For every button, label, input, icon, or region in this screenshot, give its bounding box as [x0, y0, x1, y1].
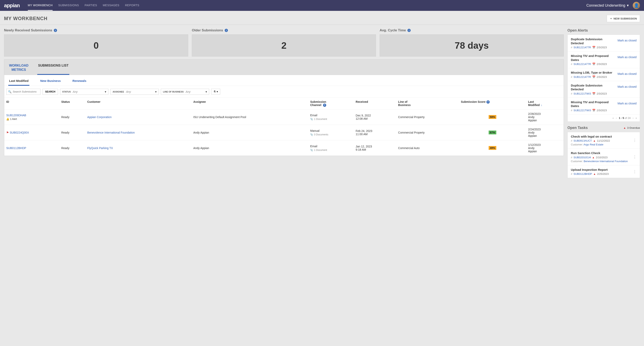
table-row[interactable]: ⚑SUB0224Q00XReadyBenevolence Internation…	[4, 125, 564, 140]
alert-title: Duplicate Submission Detected	[571, 83, 616, 91]
mark-closed-link[interactable]: Mark as closed	[618, 55, 636, 59]
col-customer[interactable]: Customer	[85, 98, 191, 109]
search-box[interactable]: 🔍	[6, 89, 40, 95]
calendar-icon: 📅	[592, 63, 596, 66]
sort-desc-icon: ↓	[541, 103, 542, 107]
customer-link[interactable]: Appian Corporation	[87, 116, 112, 119]
bell-icon: 🔔	[6, 118, 9, 121]
task-sub-link[interactable]: SUB0913AUCT	[574, 139, 592, 142]
help-icon[interactable]: ?	[323, 104, 326, 107]
nav-reports[interactable]: REPORTS	[125, 0, 139, 11]
cell-channel: Manual📎0 Documents	[308, 125, 354, 140]
nav-parties[interactable]: PARTIES	[85, 0, 97, 11]
stat-value: 78 days	[380, 34, 564, 56]
avatar[interactable]: 👤	[633, 2, 640, 9]
col-submission-channel[interactable]: SubmissionChannel ?	[308, 98, 354, 109]
pager-next[interactable]: »	[636, 117, 637, 120]
info-icon[interactable]: i	[408, 29, 411, 32]
task-sub-link[interactable]: SUB0203JOJ4	[574, 156, 591, 159]
mark-closed-link[interactable]: Mark as closed	[618, 102, 636, 105]
assignee-select[interactable]: ASSIGNEE Any ▾	[110, 89, 159, 95]
search-button[interactable]: SEARCH	[42, 89, 58, 95]
alert-sub-link[interactable]: SUB1221477R	[574, 46, 591, 49]
hash-icon: #	[571, 63, 572, 66]
task-sub-link[interactable]: SUB0112BHDP	[574, 173, 592, 175]
mark-closed-link[interactable]: Mark as closed	[618, 72, 636, 75]
alerts-pager: «‹1 - 5 of 24›»	[568, 115, 640, 122]
customer-link[interactable]: Benevolence International Foundation	[87, 131, 135, 134]
kebab-icon[interactable]: ⋮	[633, 138, 636, 143]
calendar-icon: 📅	[592, 75, 596, 78]
search-input[interactable]	[13, 90, 39, 93]
cell-modified: 2/24/2023AndyAppian	[526, 125, 564, 140]
submission-id-link[interactable]: SUB0112BHDP	[6, 147, 26, 150]
col-assignee[interactable]: Assignee	[191, 98, 308, 109]
col-last-modified[interactable]: LastModified↓	[526, 98, 564, 109]
lob-select[interactable]: LINE OF BUSINESS Any ▾	[161, 89, 209, 95]
calendar-icon: 📅	[592, 109, 596, 112]
status-select[interactable]: STATUS Any ▾	[60, 89, 108, 95]
col-id[interactable]: ID	[4, 98, 59, 109]
new-submission-button[interactable]: ＋ NEW SUBMISSION	[607, 15, 640, 22]
col-status[interactable]: Status	[59, 98, 85, 109]
sub-tab-new-business[interactable]: New Business	[40, 78, 62, 86]
task-item: Check with legal on contract#SUB0913AUCT…	[568, 132, 640, 149]
filter-row: 🔍 SEARCH STATUS Any ▾ ASSIGNEE Any ▾	[4, 86, 564, 98]
customer-link[interactable]: FlyQuick Parking TX	[87, 147, 113, 150]
cell-channel: Email📎1 Document	[308, 140, 354, 156]
funnel-icon: ⚗	[214, 90, 216, 93]
chevron-down-icon: ▾	[105, 90, 106, 93]
task-customer-link[interactable]: Benevolence International Foundation	[584, 160, 628, 163]
task-customer-link[interactable]: Argo Real Estate	[584, 143, 603, 146]
pager-next[interactable]: ›	[632, 117, 633, 120]
stat-label: Newly Received Submissionsi	[4, 28, 188, 32]
sub-tab-last-modified[interactable]: Last Modified	[8, 78, 30, 86]
alert-item: Missing TIV and Proposed Dates#SUB1221TW…	[568, 98, 640, 115]
alert-item: Duplicate Submission Detected#SUB1221TWI…	[568, 81, 640, 98]
nav-messages[interactable]: MESSAGES	[103, 0, 120, 11]
hash-icon: #	[571, 92, 572, 95]
submission-id-link[interactable]: SUB0224Q00X	[10, 131, 29, 134]
sub-tab-renewals[interactable]: Renewals	[72, 78, 87, 86]
help-icon[interactable]: ?	[486, 100, 490, 104]
task-meta: #SUB0203JOJ4▲2/10/2023	[571, 156, 631, 159]
kebab-icon[interactable]: ⋮	[633, 169, 636, 174]
app-switcher[interactable]: Connected Underwriting ▾	[586, 3, 629, 8]
logo: appian	[4, 2, 20, 9]
content-box: WORKLOADMETRICSSUBMISSIONS LIST Last Mod…	[4, 59, 564, 156]
chevron-down-icon: ▾	[627, 3, 629, 8]
alert-meta: #SUB1221477R📅2/3/2023	[571, 46, 616, 49]
submissions-table: IDStatusCustomerAssigneeSubmissionChanne…	[4, 98, 564, 156]
submission-id-link[interactable]: SUB1209DHAB	[6, 114, 26, 117]
nav-submissions[interactable]: SUBMISSIONS	[58, 0, 79, 11]
info-icon[interactable]: i	[54, 29, 57, 32]
right-column: Open Alerts Duplicate Submission Detecte…	[568, 28, 640, 178]
col-received[interactable]: Received	[354, 98, 396, 109]
hash-icon: #	[571, 75, 572, 78]
main-tab-0[interactable]: WORKLOADMETRICS	[8, 62, 29, 75]
filter-button[interactable]: ⚗ ▾	[211, 89, 220, 95]
info-icon[interactable]: i	[225, 29, 228, 32]
nav-my-workbench[interactable]: MY WORKBENCH	[28, 0, 52, 11]
kebab-icon[interactable]: ⋮	[633, 155, 636, 159]
col-line-of-business[interactable]: Line ofBusiness	[396, 98, 459, 109]
alert-sub-link[interactable]: SUB1221TWI3	[574, 92, 591, 95]
alert-title: Missing TIV and Proposed Dates	[571, 54, 616, 62]
alert-meta: #SUB1221TWI3📅2/3/2023	[571, 109, 616, 112]
table-row[interactable]: SUB1209DHAB🔔1 AlertReadyAppian Corporati…	[4, 109, 564, 125]
mark-closed-link[interactable]: Mark as closed	[618, 39, 636, 42]
alert-sub-link[interactable]: SUB1221TWI3	[574, 109, 591, 112]
pager-prev[interactable]: ‹	[616, 117, 617, 120]
cell-channel: Email📎1 Document	[308, 109, 354, 125]
table-row[interactable]: SUB0112BHDPReadyFlyQuick Parking TXAndy …	[4, 140, 564, 156]
score-badge: 49%	[489, 146, 496, 150]
alert-sub-link[interactable]: SUB1221477R	[574, 63, 591, 66]
pager-prev[interactable]: «	[612, 117, 614, 120]
overdue-badge: ▲ 3 Overdue	[624, 126, 640, 129]
mark-closed-link[interactable]: Mark as closed	[618, 85, 636, 88]
alert-sub-link[interactable]: SUB1221477R	[574, 75, 591, 78]
overdue-text: 3 Overdue	[627, 126, 640, 129]
main-tab-1[interactable]: SUBMISSIONS LIST	[37, 62, 69, 75]
alert-title: Duplicate Submission Detected	[571, 37, 616, 45]
col-submission-score[interactable]: Submission Score?	[459, 98, 526, 109]
